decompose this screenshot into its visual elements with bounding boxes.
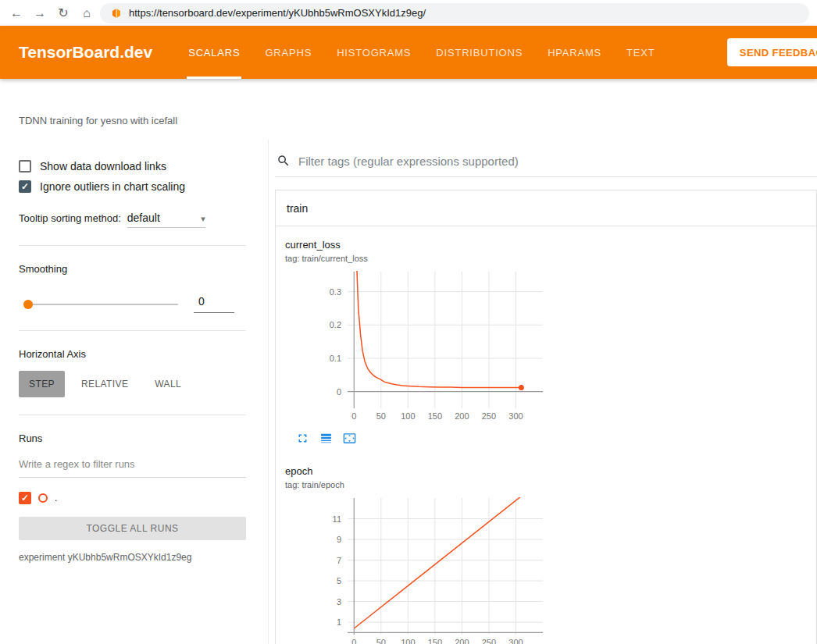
body-row: Show data download links Ignore outliers… xyxy=(0,140,817,644)
search-icon xyxy=(276,154,291,168)
svg-text:50: 50 xyxy=(376,411,386,421)
forward-icon[interactable]: → xyxy=(30,6,50,20)
svg-text:150: 150 xyxy=(428,411,442,421)
tooltip-sorting-row: Tooltip sorting method: default ▾ xyxy=(19,212,246,228)
run-row[interactable]: . xyxy=(19,492,246,504)
chart-card: current_losstag: train/current_loss05010… xyxy=(285,239,549,465)
experiment-note: experiment yKUbhb5wRmOSXYkId1z9eg xyxy=(19,552,246,563)
axis-relative-button[interactable]: RELATIVE xyxy=(71,371,138,397)
url-text: https://tensorboard.dev/experiment/yKUbh… xyxy=(129,7,426,19)
section-divider xyxy=(19,245,246,246)
expand-icon[interactable] xyxy=(296,432,309,445)
svg-text:300: 300 xyxy=(508,411,523,421)
nav-tabs: SCALARS GRAPHS HISTOGRAMS DISTRIBUTIONS … xyxy=(187,26,656,79)
settings-sidebar: Show data download links Ignore outliers… xyxy=(0,140,269,644)
chart-grid: current_losstag: train/current_loss05010… xyxy=(276,226,816,644)
line-chart[interactable]: 05010015020025030000.10.20.3 xyxy=(285,269,549,424)
axis-step-button[interactable]: STEP xyxy=(19,371,65,397)
svg-text:9: 9 xyxy=(337,535,341,544)
home-icon[interactable]: ⌂ xyxy=(77,6,97,20)
svg-text:250: 250 xyxy=(482,411,496,421)
svg-text:0.2: 0.2 xyxy=(330,320,341,329)
tooltip-sorting-select[interactable]: default ▾ xyxy=(127,212,205,228)
section-divider xyxy=(19,330,246,331)
run-checkbox-icon[interactable] xyxy=(19,492,31,504)
reload-icon[interactable]: ↻ xyxy=(53,5,73,20)
brand-title: TensorBoard.dev xyxy=(19,43,152,62)
svg-text:150: 150 xyxy=(428,638,442,644)
svg-text:300: 300 xyxy=(508,638,523,644)
smoothing-value[interactable]: 0 xyxy=(194,295,234,313)
tab-text[interactable]: TEXT xyxy=(625,26,656,79)
smoothing-slider[interactable] xyxy=(25,304,178,305)
svg-text:250: 250 xyxy=(482,638,496,644)
tag-group-title: train xyxy=(287,202,308,215)
svg-text:50: 50 xyxy=(376,638,386,644)
svg-text:11: 11 xyxy=(333,514,341,524)
tag-filter-input[interactable] xyxy=(298,155,817,168)
runs-label: Runs xyxy=(19,432,246,444)
tab-graphs[interactable]: GRAPHS xyxy=(263,26,313,79)
run-color-swatch-icon xyxy=(38,493,48,503)
screen: ← → ↻ ⌂ https://tensorboard.dev/experime… xyxy=(0,0,817,644)
horizontal-axis-buttons: STEP RELATIVE WALL xyxy=(19,371,246,397)
tab-scalars[interactable]: SCALARS xyxy=(187,26,241,79)
svg-text:200: 200 xyxy=(455,411,469,421)
address-bar[interactable]: https://tensorboard.dev/experiment/yKUbh… xyxy=(100,3,809,23)
horizontal-axis-label: Horizontal Axis xyxy=(19,348,246,360)
fit-domain-icon[interactable] xyxy=(343,432,356,445)
axis-wall-button[interactable]: WALL xyxy=(144,371,191,397)
svg-text:100: 100 xyxy=(401,638,415,644)
checkbox-unchecked-icon[interactable] xyxy=(19,160,31,173)
chart-title: epoch xyxy=(285,465,549,477)
tab-histograms[interactable]: HISTOGRAMS xyxy=(335,26,412,79)
experiment-title: TDNN training for yesno with icefall xyxy=(0,79,817,126)
show-download-links-row[interactable]: Show data download links xyxy=(19,160,246,173)
toggle-all-runs-button[interactable]: TOGGLE ALL RUNS xyxy=(19,517,246,540)
ignore-outliers-row[interactable]: Ignore outliers in chart scaling xyxy=(19,180,246,193)
tag-group-header[interactable]: train xyxy=(276,190,816,226)
subheader: TDNN training for yesno with icefall xyxy=(0,79,817,140)
run-name: . xyxy=(55,493,57,503)
log-scale-icon[interactable] xyxy=(319,432,333,445)
checkbox-checked-icon[interactable] xyxy=(19,180,31,193)
tab-hparams[interactable]: HPARAMS xyxy=(546,26,603,79)
chart-card: epochtag: train/epoch0501001502002503001… xyxy=(285,465,549,644)
svg-text:0: 0 xyxy=(337,387,341,397)
section-divider xyxy=(19,415,246,415)
back-icon[interactable]: ← xyxy=(6,6,27,20)
ignore-outliers-label: Ignore outliers in chart scaling xyxy=(40,180,185,193)
svg-text:0.3: 0.3 xyxy=(330,287,341,297)
smoothing-row: 0 xyxy=(19,295,246,313)
main-content: train current_losstag: train/current_los… xyxy=(269,140,817,644)
chart-tag-label: tag: train/current_loss xyxy=(285,254,549,263)
svg-text:0.1: 0.1 xyxy=(330,354,341,363)
svg-text:200: 200 xyxy=(455,638,469,644)
tag-group-card: train current_losstag: train/current_los… xyxy=(275,190,817,644)
svg-text:0: 0 xyxy=(351,411,356,421)
svg-text:5: 5 xyxy=(337,576,341,585)
runs-filter-input[interactable] xyxy=(19,457,246,478)
tooltip-sorting-value: default xyxy=(127,212,160,224)
dropdown-caret-icon: ▾ xyxy=(201,214,205,224)
tag-filter-row xyxy=(275,146,817,177)
tensorboard-favicon xyxy=(111,8,122,19)
svg-text:3: 3 xyxy=(337,597,341,607)
chart-toolbar xyxy=(285,427,549,465)
app-header: TensorBoard.dev SCALARS GRAPHS HISTOGRAM… xyxy=(0,26,817,79)
chart-title: current_loss xyxy=(285,239,549,251)
slider-thumb-icon[interactable] xyxy=(23,300,33,309)
svg-text:0: 0 xyxy=(351,638,356,644)
show-download-links-label: Show data download links xyxy=(40,160,166,173)
svg-text:100: 100 xyxy=(401,411,415,421)
svg-text:7: 7 xyxy=(337,556,341,565)
tab-distributions[interactable]: DISTRIBUTIONS xyxy=(434,26,524,79)
send-feedback-button[interactable]: SEND FEEDBACK xyxy=(727,38,817,66)
tooltip-sorting-label: Tooltip sorting method: xyxy=(19,212,121,224)
browser-toolbar: ← → ↻ ⌂ https://tensorboard.dev/experime… xyxy=(0,0,817,26)
svg-text:1: 1 xyxy=(337,617,341,627)
line-chart[interactable]: 0501001502002503001357911 xyxy=(285,496,549,644)
smoothing-label: Smoothing xyxy=(19,263,246,275)
chart-tag-label: tag: train/epoch xyxy=(285,480,549,489)
